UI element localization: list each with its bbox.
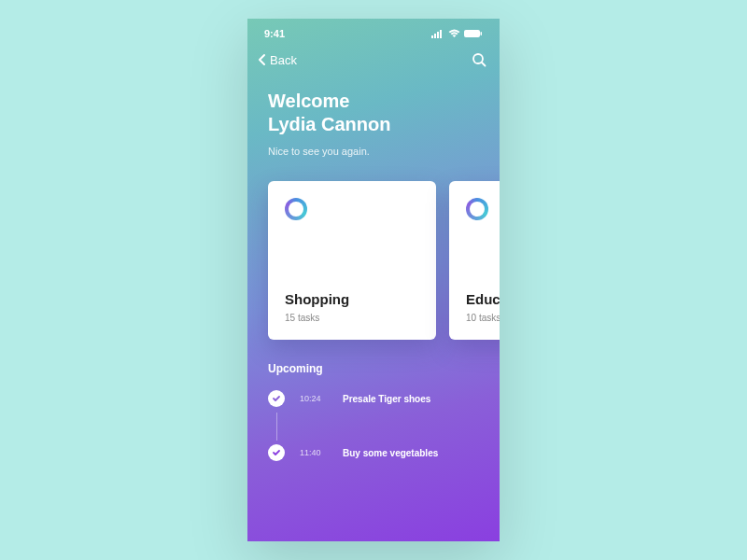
task-check[interactable]: [268, 444, 285, 461]
welcome-title: Welcome Lydia Cannon: [268, 90, 479, 136]
nav-bar: Back: [247, 49, 500, 77]
task-list: 10:24 Presale Tiger shoes 11:40 Buy some…: [268, 390, 479, 498]
card-subtitle: 15 tasks: [285, 313, 419, 323]
search-icon[interactable]: [472, 52, 486, 67]
status-bar: 9:41: [247, 19, 500, 49]
welcome-line1: Welcome: [268, 90, 479, 113]
back-button[interactable]: Back: [257, 53, 297, 67]
svg-line-7: [482, 63, 486, 66]
category-cards[interactable]: Shopping 15 tasks Education 10 tasks: [247, 181, 500, 340]
phone-screen: 9:41 Back Welcome Lydia Cannon Nice to s…: [247, 19, 500, 541]
task-item[interactable]: 10:24 Presale Tiger shoes: [268, 390, 479, 444]
task-label: Buy some vegetables: [343, 448, 438, 458]
card-subtitle: 10 tasks: [466, 313, 500, 323]
svg-rect-3: [440, 30, 442, 38]
svg-rect-1: [434, 34, 436, 38]
progress-ring-icon: [285, 198, 307, 220]
upcoming-section: Upcoming 10:24 Presale Tiger shoes 11:40…: [247, 340, 500, 498]
task-time: 11:40: [300, 448, 328, 457]
svg-rect-0: [431, 35, 433, 38]
card-title: Shopping: [285, 291, 419, 307]
back-label: Back: [270, 53, 297, 67]
task-item[interactable]: 11:40 Buy some vegetables: [268, 444, 479, 498]
svg-rect-2: [437, 32, 439, 38]
chevron-left-icon: [257, 53, 268, 66]
category-card-shopping[interactable]: Shopping 15 tasks: [268, 181, 436, 340]
welcome-subtitle: Nice to see you again.: [268, 146, 479, 157]
welcome-line2: Lydia Cannon: [268, 113, 479, 136]
card-title: Education: [466, 291, 500, 307]
battery-icon: [464, 29, 483, 38]
check-icon: [272, 394, 281, 403]
upcoming-title: Upcoming: [268, 362, 479, 375]
signal-icon: [431, 29, 444, 38]
category-card-education[interactable]: Education 10 tasks: [449, 181, 500, 340]
header: Welcome Lydia Cannon Nice to see you aga…: [247, 77, 500, 174]
progress-ring-icon: [466, 198, 488, 220]
status-time: 9:41: [264, 28, 285, 39]
task-time: 10:24: [300, 394, 328, 403]
task-label: Presale Tiger shoes: [343, 394, 430, 404]
check-icon: [272, 448, 281, 457]
wifi-icon: [448, 29, 460, 38]
task-check[interactable]: [268, 390, 285, 407]
svg-rect-4: [464, 30, 480, 37]
svg-rect-5: [481, 32, 483, 35]
status-indicators: [431, 29, 483, 38]
